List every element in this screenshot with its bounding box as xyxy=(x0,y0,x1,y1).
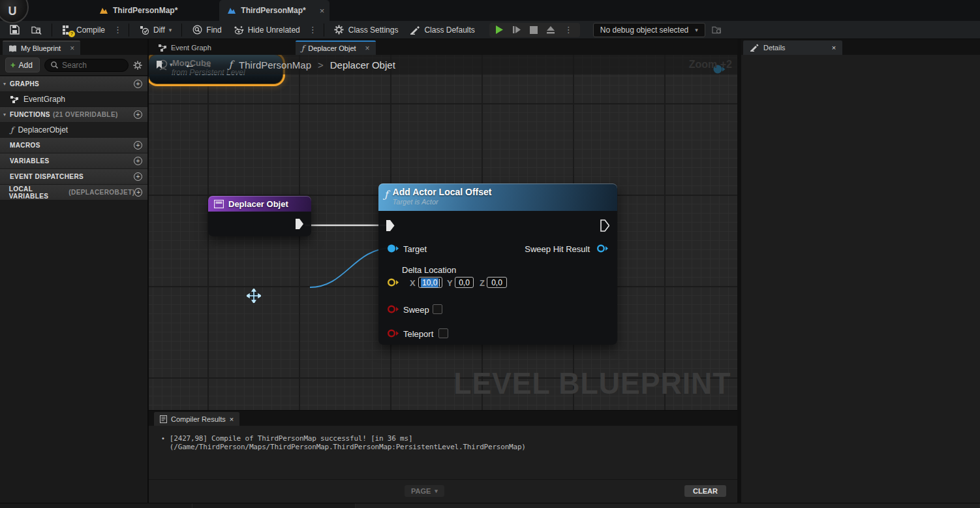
asset-tab-level[interactable]: ThirdPersonMap* xyxy=(91,0,185,21)
graph-icon xyxy=(159,44,167,52)
chevron-down-icon: ▾ xyxy=(435,488,438,494)
macro-node-icon xyxy=(214,200,224,208)
browse-to-asset-button[interactable] xyxy=(26,23,47,37)
debug-browse-button[interactable] xyxy=(707,23,727,37)
close-icon[interactable]: × xyxy=(70,44,74,53)
blueprint-graph-canvas[interactable]: ▾ ← → ƒ ThirdPersonMap > Deplacer Objet … xyxy=(149,55,737,410)
play-options-kebab-icon[interactable]: ⋮ xyxy=(562,25,575,35)
teleport-checkbox[interactable] xyxy=(438,328,448,338)
panel-settings-gear-icon[interactable] xyxy=(133,61,142,70)
class-defaults-button[interactable]: Class Defaults xyxy=(405,23,480,37)
add-local-variable-button[interactable]: + xyxy=(134,188,142,197)
move-cursor-icon xyxy=(247,289,261,303)
close-icon[interactable]: × xyxy=(320,6,325,16)
details-panel: Details × xyxy=(741,39,980,503)
diff-label: Diff xyxy=(153,25,165,35)
compile-button[interactable]: ? Compile xyxy=(57,23,110,37)
delta-x-input[interactable]: 10,0 xyxy=(418,277,442,288)
status-bar xyxy=(0,503,980,508)
frame-skip-button[interactable] xyxy=(512,25,522,35)
page-dropdown[interactable]: PAGE ▾ xyxy=(405,485,444,497)
asset-tab-label: ThirdPersonMap* xyxy=(113,6,177,15)
asset-tab-blueprint-active[interactable]: ThirdPersonMap* × xyxy=(219,0,329,21)
delta-location-pin[interactable] xyxy=(387,278,399,287)
compiler-results-body: • [2427,98] Compile of ThirdPersonMap su… xyxy=(149,426,737,479)
forward-button[interactable]: → xyxy=(202,58,213,71)
add-event-dispatcher-button[interactable]: + xyxy=(134,172,142,181)
play-controls: ⋮ xyxy=(489,23,580,37)
sweep-pin[interactable] xyxy=(387,304,399,314)
class-settings-button[interactable]: Class Settings xyxy=(329,23,404,37)
tab-deplacer-objet[interactable]: ƒ Deplacer Objet × xyxy=(296,40,376,55)
function-icon: ƒ xyxy=(229,59,233,71)
sidebar-item-eventgraph[interactable]: EventGraph xyxy=(0,92,147,106)
teleport-pin[interactable] xyxy=(387,328,399,338)
section-local-variables[interactable]: LOCAL VARIABLES (DEPLACEROBJET) + xyxy=(0,185,147,200)
stop-button[interactable] xyxy=(528,25,539,35)
tab-label: Details xyxy=(763,44,786,52)
tab-compiler-results[interactable]: Compiler Results × xyxy=(154,412,239,426)
exec-output-pin[interactable] xyxy=(295,218,304,230)
breadcrumb-current[interactable]: Deplacer Objet xyxy=(330,59,395,71)
add-button[interactable]: + Add xyxy=(5,57,40,72)
bookmark-icon[interactable] xyxy=(155,60,163,69)
toolbar-separator xyxy=(52,24,52,37)
section-label: VARIABLES xyxy=(10,157,50,165)
add-function-button[interactable]: + xyxy=(134,110,142,119)
breadcrumb-root[interactable]: ThirdPersonMap xyxy=(239,59,311,71)
node-deplacer-objet[interactable]: Deplacer Objet xyxy=(208,196,311,236)
function-icon: ƒ xyxy=(10,125,13,135)
class-defaults-label: Class Defaults xyxy=(424,25,474,35)
node-add-actor-local-offset[interactable]: ƒ Add Actor Local Offset Target is Actor xyxy=(378,183,617,345)
unreal-logo-icon[interactable]: U xyxy=(0,0,29,24)
search-input[interactable] xyxy=(62,61,122,70)
sweep-hit-result-pin[interactable] xyxy=(596,244,609,253)
debug-object-dropdown[interactable]: No debug object selected ▾ xyxy=(593,23,705,37)
hide-unrelated-button[interactable]: Hide Unrelated xyxy=(228,23,305,37)
close-icon[interactable]: × xyxy=(365,44,370,53)
section-variables[interactable]: VARIABLES + xyxy=(0,153,147,168)
eject-button[interactable] xyxy=(545,25,556,35)
compile-log-message[interactable]: [2427,98] Compile of ThirdPersonMap succ… xyxy=(170,434,737,451)
target-pin[interactable] xyxy=(387,244,399,253)
compile-label: Compile xyxy=(76,25,105,35)
close-icon[interactable]: × xyxy=(832,44,836,52)
section-functions[interactable]: ▾ FUNCTIONS (21 OVERRIDABLE) + xyxy=(0,107,147,122)
compile-status-badge: ? xyxy=(69,31,75,37)
blueprint-asset-icon xyxy=(227,7,236,14)
section-graphs[interactable]: ▾ GRAPHS + xyxy=(0,76,147,91)
delta-z-input[interactable]: 0,0 xyxy=(487,277,507,288)
folder-search-icon xyxy=(712,25,722,35)
hide-unrelated-kebab-icon[interactable]: ⋮ xyxy=(307,25,319,35)
add-graph-button[interactable]: + xyxy=(134,80,142,88)
tab-event-graph[interactable]: Event Graph xyxy=(153,40,217,55)
pencil-icon xyxy=(750,44,759,52)
sidebar-item-deplacerobjet[interactable]: ƒ DeplacerObjet xyxy=(0,123,147,137)
clear-button[interactable]: CLEAR xyxy=(684,485,726,497)
search-box[interactable] xyxy=(44,59,129,72)
close-icon[interactable]: × xyxy=(230,415,234,423)
add-variable-button[interactable]: + xyxy=(134,157,142,165)
diff-button[interactable]: Diff ▾ xyxy=(134,23,177,37)
section-macros[interactable]: MACROS + xyxy=(0,138,147,153)
exec-input-pin[interactable] xyxy=(386,219,395,232)
save-button[interactable] xyxy=(4,23,25,37)
function-icon: ƒ xyxy=(384,189,388,200)
graph-icon xyxy=(10,96,19,103)
find-button[interactable]: Find xyxy=(187,23,226,37)
delta-y-input[interactable]: 0,0 xyxy=(455,277,474,288)
tab-my-blueprint[interactable]: My Blueprint × xyxy=(3,40,80,55)
unreal-blueprint-editor-window: U ThirdPersonMap* ThirdPersonMap* × xyxy=(0,0,980,508)
section-event-dispatchers[interactable]: EVENT DISPATCHERS + xyxy=(0,169,147,184)
compile-options-kebab-icon[interactable]: ⋮ xyxy=(112,25,124,35)
play-button[interactable] xyxy=(495,25,505,35)
bookmark-chevron-icon[interactable]: ▾ xyxy=(170,61,173,68)
sweep-checkbox[interactable] xyxy=(433,304,442,314)
back-button[interactable]: ← xyxy=(185,58,196,71)
tab-label: Deplacer Objet xyxy=(308,44,356,52)
exec-output-pin[interactable] xyxy=(600,219,609,232)
details-empty-body xyxy=(741,55,980,503)
node-header: ƒ Add Actor Local Offset Target is Actor xyxy=(378,183,617,211)
tab-details[interactable]: Details × xyxy=(743,40,842,55)
add-macro-button[interactable]: + xyxy=(134,141,142,150)
